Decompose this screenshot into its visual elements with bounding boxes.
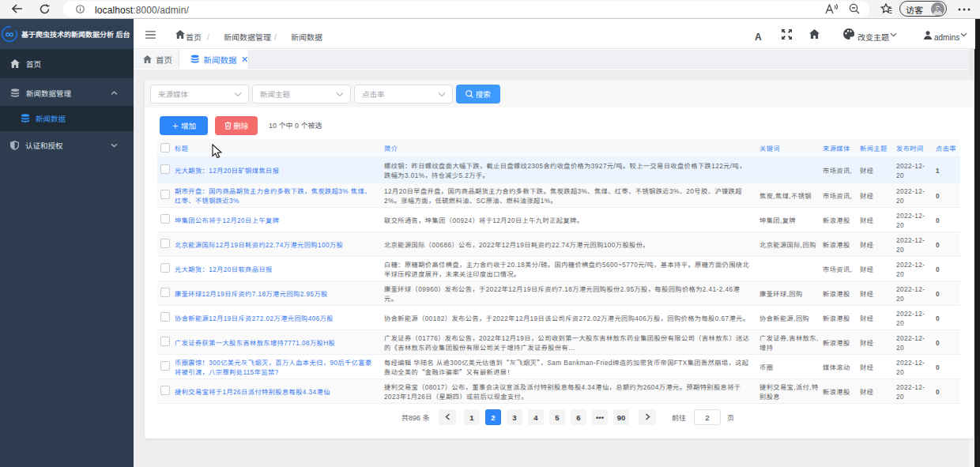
svg-text:∞: ∞	[6, 25, 14, 41]
svg-text:?: ?	[936, 3, 940, 13]
